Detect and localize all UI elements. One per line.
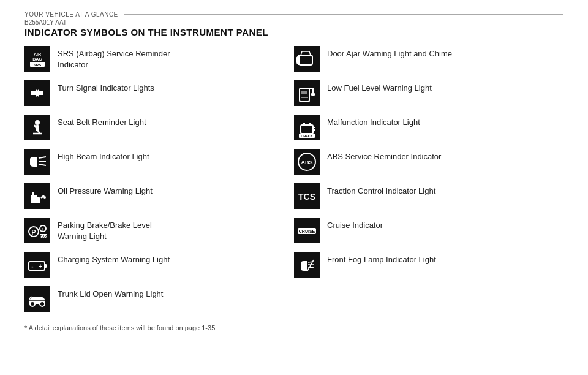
list-item: P BRAKE ! Parking Brake/Brake LevelWarni… <box>24 218 294 243</box>
list-item: High Beam Indicator Light <box>24 149 294 175</box>
left-column: AIR BAG SRS SRS (Airbag) Service Reminde… <box>24 46 294 320</box>
trunk-icon <box>24 286 50 312</box>
list-item: TCS Traction Control Indicator Light <box>294 183 564 209</box>
section-label: YOUR VEHICLE AT A GLANCE <box>24 11 564 18</box>
list-item: Door Ajar Warning Light and Chime <box>294 46 564 72</box>
doc-id: B255A01Y-AAT <box>24 19 564 26</box>
front-fog-icon <box>294 252 320 278</box>
svg-text:!: ! <box>42 227 44 232</box>
footer-note: * A detail explanations of these items w… <box>24 324 564 331</box>
cruise-label: Cruise Indicator <box>327 218 383 231</box>
malfunction-icon: CHECK <box>294 115 320 140</box>
list-item: Trunk Lid Open Warning Light <box>24 286 294 312</box>
door-ajar-label: Door Ajar Warning Light and Chime <box>327 46 452 59</box>
svg-point-35 <box>30 301 35 306</box>
door-ajar-icon <box>294 46 320 72</box>
turn-signal-label: Turn Signal Indicator Lights <box>58 80 154 94</box>
svg-text:-: - <box>31 263 33 270</box>
svg-point-21 <box>43 196 46 199</box>
low-fuel-icon <box>294 80 320 106</box>
high-beam-icon <box>24 149 50 175</box>
parking-brake-icon: P BRAKE ! <box>24 218 50 243</box>
svg-rect-51 <box>303 123 305 126</box>
airbag-icon: AIR BAG SRS <box>24 46 50 72</box>
svg-text:BRAKE: BRAKE <box>38 235 48 238</box>
abs-label: ABS Service Reminder Indicator <box>327 149 441 162</box>
trunk-label: Trunk Lid Open Warning Light <box>58 286 163 300</box>
svg-rect-17 <box>26 185 48 207</box>
list-item: AIR BAG SRS SRS (Airbag) Service Reminde… <box>24 46 294 72</box>
front-fog-label: Front Fog Lamp Indicator Light <box>327 252 436 265</box>
list-item: Turn Signal Indicator Lights <box>24 80 294 106</box>
svg-text:+: + <box>39 263 42 270</box>
svg-text:AIR: AIR <box>34 52 41 56</box>
svg-text:CRUISE: CRUISE <box>299 229 315 233</box>
cruise-icon: CRUISE <box>294 218 320 243</box>
svg-rect-52 <box>309 123 311 126</box>
svg-rect-20 <box>32 192 34 195</box>
airbag-label: SRS (Airbag) Service ReminderIndicator <box>58 46 170 70</box>
list-item: Seat Belt Reminder Light <box>24 115 294 140</box>
svg-rect-47 <box>311 93 315 96</box>
malfunction-label: Malfunction Indicator Light <box>327 115 420 128</box>
abs-icon: ABS <box>294 149 320 175</box>
list-item: CHECK Malfunction Indicator Light <box>294 115 564 140</box>
parking-brake-label: Parking Brake/Brake LevelWarning Light <box>58 218 152 242</box>
svg-text:SRS: SRS <box>34 63 41 67</box>
tcs-icon: TCS <box>294 183 320 209</box>
charging-label: Charging System Warning Light <box>58 252 170 265</box>
low-fuel-label: Low Fuel Level Warning Light <box>327 80 432 94</box>
page: YOUR VEHICLE AT A GLANCE B255A01Y-AAT IN… <box>0 0 588 338</box>
svg-rect-44 <box>301 91 307 94</box>
svg-text:CHECK: CHECK <box>301 134 313 138</box>
list-item: Oil Pressure Warning Light <box>24 183 294 209</box>
right-column: Door Ajar Warning Light and Chime <box>294 46 564 320</box>
oil-pressure-label: Oil Pressure Warning Light <box>58 183 153 197</box>
page-title: INDICATOR SYMBOLS ON THE INSTRUMENT PANE… <box>24 27 564 37</box>
svg-line-66 <box>308 262 314 262</box>
charging-icon: - + <box>24 252 50 278</box>
svg-rect-31 <box>45 264 47 268</box>
svg-point-9 <box>35 120 40 125</box>
oil-pressure-icon <box>24 183 50 209</box>
list-item: - + Charging System Warning Light <box>24 252 294 278</box>
list-item: CRUISE Cruise Indicator <box>294 218 564 243</box>
list-item: ABS ABS Service Reminder Indicator <box>294 149 564 175</box>
content-columns: AIR BAG SRS SRS (Airbag) Service Reminde… <box>24 46 564 320</box>
svg-text:P: P <box>31 229 36 236</box>
seatbelt-icon <box>24 115 50 140</box>
svg-point-36 <box>40 301 45 306</box>
high-beam-label: High Beam Indicator Light <box>58 149 149 162</box>
seatbelt-label: Seat Belt Reminder Light <box>58 115 146 128</box>
svg-text:TCS: TCS <box>298 192 315 202</box>
svg-text:ABS: ABS <box>301 159 312 165</box>
turn-signal-icon <box>24 80 50 106</box>
svg-text:BAG: BAG <box>32 57 42 61</box>
list-item: Front Fog Lamp Indicator Light <box>294 252 564 278</box>
tcs-label: Traction Control Indicator Light <box>327 183 435 197</box>
svg-rect-18 <box>31 197 40 203</box>
list-item: Low Fuel Level Warning Light <box>294 80 564 106</box>
